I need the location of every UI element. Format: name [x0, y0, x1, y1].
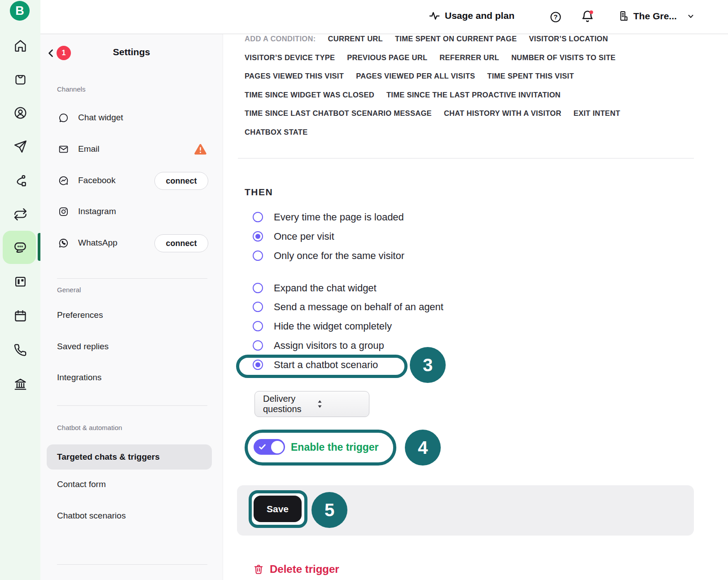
trash-icon — [253, 563, 264, 575]
whatsapp-icon — [58, 237, 69, 249]
transactional-repeat-icon[interactable] — [13, 207, 28, 222]
condition-chip[interactable]: TIME SINCE THE LAST PROACTIVE INVITATION — [386, 91, 561, 99]
usage-and-plan-link[interactable]: Usage and plan — [429, 10, 514, 22]
delete-trigger-button[interactable]: Delete trigger — [253, 563, 339, 576]
condition-chip[interactable]: TIME SINCE WIDGET WAS CLOSED — [245, 91, 374, 99]
condition-chip[interactable]: CHAT HISTORY WITH A VISITOR — [444, 109, 561, 118]
divider — [57, 564, 207, 565]
contacts-icon[interactable] — [13, 105, 28, 120]
condition-chip[interactable]: REFERRER URL — [439, 53, 499, 62]
annotation-step3: 3 — [410, 347, 446, 383]
check-icon — [259, 444, 266, 450]
add-condition-block: ADD A CONDITION: CURRENT URL TIME SPENT … — [245, 30, 704, 141]
condition-chip[interactable]: TIME SINCE LAST CHATBOT SCENARIO MESSAGE — [245, 109, 432, 118]
radio-option-once-per-visit[interactable]: Once per visit — [253, 227, 334, 246]
radio-option-only-once-same-visitor[interactable]: Only once for the same visitor — [253, 246, 404, 265]
channel-label: WhatsApp — [78, 238, 118, 248]
radio-option-send-message-agent[interactable]: Send a message on behalf of an agent — [253, 297, 443, 316]
sidebar-item-instagram[interactable]: Instagram — [40, 203, 223, 220]
radio-option-expand-chat-widget[interactable]: Expand the chat widget — [253, 278, 377, 298]
radio-icon[interactable] — [253, 321, 263, 331]
radio-icon-selected[interactable] — [253, 231, 263, 242]
organization-building-icon — [617, 10, 629, 22]
phone-icon[interactable] — [13, 342, 28, 357]
connect-facebook-button[interactable]: connect — [154, 172, 208, 190]
selected-item-label: Targeted chats & triggers — [57, 452, 160, 462]
save-button[interactable]: Save — [254, 496, 302, 522]
condition-chip[interactable]: VISITOR’S DEVICE TYPE — [245, 53, 335, 62]
condition-chip[interactable]: VISITOR’S LOCATION — [529, 35, 608, 43]
instagram-icon — [58, 206, 69, 217]
section-divider — [238, 158, 694, 158]
condition-chip[interactable]: PREVIOUS PAGE URL — [347, 53, 427, 62]
divider — [57, 405, 207, 406]
deals-board-icon[interactable] — [13, 274, 28, 289]
condition-chip[interactable]: TIME SPENT THIS VISIT — [487, 72, 574, 80]
general-section-label: General — [57, 286, 81, 294]
sidebar-item-facebook[interactable]: Facebook connect — [40, 172, 223, 189]
enable-trigger-label: Enable the trigger — [291, 441, 379, 453]
sidebar-item-targeted-chats-triggers[interactable]: Targeted chats & triggers — [47, 444, 212, 470]
toggle-knob — [271, 441, 284, 453]
radio-icon[interactable] — [253, 283, 263, 293]
channel-label: Facebook — [78, 176, 115, 185]
brand-logo[interactable]: B — [10, 1, 30, 21]
settings-title: Settings — [40, 47, 223, 57]
radio-option-assign-visitors-group[interactable]: Assign visitors to a group — [253, 336, 384, 355]
delete-trigger-label: Delete trigger — [270, 563, 339, 576]
radio-option-start-chatbot-scenario[interactable]: Start a chatbot scenario — [253, 355, 378, 374]
organization-name: The Gre... — [633, 11, 677, 22]
warning-icon — [193, 142, 208, 157]
sidebar-item-integrations[interactable]: Integrations — [57, 373, 101, 382]
channel-label: Instagram — [78, 207, 116, 216]
channels-section-label: Channels — [57, 85, 85, 93]
channel-label: Chat widget — [78, 113, 123, 123]
notifications-bell-icon[interactable] — [580, 9, 595, 24]
condition-chip[interactable]: EXIT INTENT — [574, 109, 620, 118]
enable-trigger-toggle[interactable] — [254, 439, 285, 455]
scenario-select-value: Delivery questions — [263, 394, 309, 414]
condition-chip[interactable]: CURRENT URL — [328, 35, 382, 43]
svg-text:?: ? — [554, 13, 558, 21]
condition-chip[interactable]: PAGES VIEWED PER ALL VISITS — [356, 72, 475, 80]
radio-icon-selected[interactable] — [253, 360, 263, 370]
top-bar: Usage and plan ? The Gre... — [40, 0, 728, 34]
sidebar-item-saved-replies[interactable]: Saved replies — [57, 342, 109, 352]
sidebar-item-preferences[interactable]: Preferences — [57, 310, 103, 320]
chat-bubble-icon — [58, 112, 69, 123]
condition-chip[interactable]: CHATBOX STATE — [245, 128, 307, 136]
app-window: B — [0, 0, 728, 580]
save-bar — [237, 485, 694, 536]
scenario-select[interactable]: Delivery questions — [254, 391, 369, 417]
sidebar-item-chat-widget[interactable]: Chat widget — [40, 110, 223, 126]
radio-icon[interactable] — [253, 302, 263, 312]
sidebar-item-whatsapp[interactable]: WhatsApp connect — [40, 235, 223, 251]
sidebar-item-contact-form[interactable]: Contact form — [57, 479, 106, 489]
connect-whatsapp-button[interactable]: connect — [154, 234, 208, 252]
nav-rail: B — [0, 0, 40, 580]
add-condition-label: ADD A CONDITION: — [245, 35, 316, 43]
meetings-calendar-icon[interactable] — [13, 308, 28, 323]
settings-panel: 1 Settings Channels Chat widget Email Fa… — [40, 34, 223, 580]
payments-bank-icon[interactable] — [13, 376, 28, 391]
sidebar-item-email[interactable]: Email — [40, 141, 223, 157]
campaigns-send-icon[interactable] — [13, 139, 28, 154]
radio-option-every-time[interactable]: Every time the page is loaded — [253, 207, 404, 227]
divider — [57, 278, 207, 279]
condition-chip[interactable]: PAGES VIEWED THIS VISIT — [245, 72, 344, 80]
organization-switcher[interactable]: The Gre... — [617, 10, 695, 22]
condition-chip[interactable]: TIME SPENT ON CURRENT PAGE — [395, 35, 517, 43]
radio-icon[interactable] — [253, 212, 263, 222]
home-icon[interactable] — [13, 38, 28, 53]
sidebar-item-chatbot-scenarios[interactable]: Chatbot scenarios — [57, 511, 126, 521]
radio-option-hide-widget[interactable]: Hide the widget completely — [253, 316, 392, 336]
condition-chip[interactable]: NUMBER OF VISITS TO SITE — [511, 53, 615, 62]
journeys-icon[interactable] — [13, 173, 28, 188]
help-icon[interactable]: ? — [549, 11, 562, 23]
usage-and-plan-label: Usage and plan — [445, 10, 514, 21]
radio-icon[interactable] — [253, 250, 263, 261]
conversations-chat-icon[interactable] — [13, 239, 28, 255]
radio-icon[interactable] — [253, 340, 263, 351]
orders-bag-icon[interactable] — [13, 71, 28, 86]
chatbot-section-label: Chatbot & automation — [57, 424, 122, 431]
